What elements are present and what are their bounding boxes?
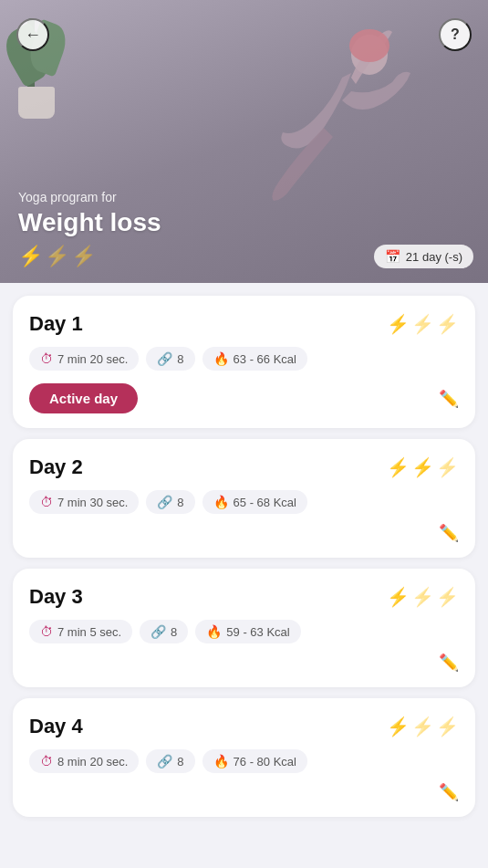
help-icon: ? xyxy=(451,26,460,43)
day-card-1[interactable]: Day 1 ⚡ ⚡ ⚡ ⏱ 7 min 20 sec. 🔗 8 🔥 63 - 6… xyxy=(13,296,475,428)
card-1-header: Day 1 ⚡ ⚡ ⚡ xyxy=(29,312,459,336)
fire-icon-3: 🔥 xyxy=(206,624,222,639)
day-1-title: Day 1 xyxy=(29,312,83,336)
day-1-exercises: 8 xyxy=(177,352,183,366)
lightning-4-1: ⚡ xyxy=(387,716,410,737)
day-2-exercises: 8 xyxy=(177,496,183,509)
fire-icon: 🔥 xyxy=(213,351,229,366)
days-list: Day 1 ⚡ ⚡ ⚡ ⏱ 7 min 20 sec. 🔗 8 🔥 63 - 6… xyxy=(0,283,488,835)
exercises-icon: 🔗 xyxy=(157,351,172,366)
edit-icon-2[interactable]: ✏️ xyxy=(439,523,459,543)
help-button[interactable]: ? xyxy=(439,18,472,51)
edit-icon-3[interactable]: ✏️ xyxy=(439,653,459,673)
day-2-stats: ⏱ 7 min 30 sec. 🔗 8 🔥 65 - 68 Kcal xyxy=(29,490,459,514)
day-3-exercises: 8 xyxy=(171,625,177,639)
lightning-2-2: ⚡ xyxy=(411,456,434,478)
hero-title: Weight loss xyxy=(18,208,161,237)
day-1-stats: ⏱ 7 min 20 sec. 🔗 8 🔥 63 - 66 Kcal xyxy=(29,347,459,371)
day-4-title: Day 4 xyxy=(29,715,83,738)
day-2-kcal: 65 - 68 Kcal xyxy=(234,496,296,509)
day-4-exercises-pill: 🔗 8 xyxy=(146,749,194,773)
svg-point-1 xyxy=(349,29,389,62)
clock-icon-3: ⏱ xyxy=(40,624,53,639)
day-4-kcal-pill: 🔥 76 - 80 Kcal xyxy=(202,749,307,773)
day-4-lightnings: ⚡ ⚡ ⚡ xyxy=(387,716,459,737)
day-3-title: Day 3 xyxy=(29,585,83,609)
yoga-figure xyxy=(251,18,433,256)
lightning-3-1: ⚡ xyxy=(387,586,410,608)
hero-section: ← ? Yoga program for Weight loss ⚡ ⚡ ⚡ 📅… xyxy=(0,0,488,283)
lightning-4-2: ⚡ xyxy=(411,716,434,737)
card-2-header: Day 2 ⚡ ⚡ ⚡ xyxy=(29,455,459,479)
day-2-time: 7 min 30 sec. xyxy=(57,496,128,509)
hero-lightning-1: ⚡ xyxy=(18,245,43,268)
day-3-footer: ✏️ xyxy=(29,653,459,673)
day-card-4[interactable]: Day 4 ⚡ ⚡ ⚡ ⏱ 8 min 20 sec. 🔗 8 🔥 76 - 8… xyxy=(13,698,475,817)
day-3-time-pill: ⏱ 7 min 5 sec. xyxy=(29,620,132,643)
day-3-kcal: 59 - 63 Kcal xyxy=(226,625,289,639)
day-1-time: 7 min 20 sec. xyxy=(57,352,128,366)
day-card-3[interactable]: Day 3 ⚡ ⚡ ⚡ ⏱ 7 min 5 sec. 🔗 8 🔥 59 - 63… xyxy=(13,569,475,687)
clock-icon: ⏱ xyxy=(40,351,53,366)
day-1-exercises-pill: 🔗 8 xyxy=(146,347,194,371)
edit-icon-1[interactable]: ✏️ xyxy=(439,389,459,409)
day-1-kcal: 63 - 66 Kcal xyxy=(234,352,296,366)
clock-icon-4: ⏱ xyxy=(40,754,53,769)
lightning-2-3: ⚡ xyxy=(436,456,459,478)
exercises-icon-2: 🔗 xyxy=(157,495,172,509)
day-2-kcal-pill: 🔥 65 - 68 Kcal xyxy=(202,490,307,514)
hero-content: Yoga program for Weight loss xyxy=(18,190,161,237)
day-4-exercises: 8 xyxy=(177,755,183,769)
lightning-3-2: ⚡ xyxy=(411,586,434,608)
days-badge: 📅 21 day (-s) xyxy=(374,245,473,268)
hero-lightnings: ⚡ ⚡ ⚡ xyxy=(18,245,96,268)
hero-lightning-3: ⚡ xyxy=(71,245,96,268)
day-3-exercises-pill: 🔗 8 xyxy=(140,620,188,643)
day-4-time-pill: ⏱ 8 min 20 sec. xyxy=(29,749,139,773)
exercises-icon-3: 🔗 xyxy=(151,624,166,639)
hero-subtitle: Yoga program for xyxy=(18,190,161,204)
fire-icon-2: 🔥 xyxy=(213,495,229,509)
day-1-kcal-pill: 🔥 63 - 66 Kcal xyxy=(202,347,307,371)
day-4-time: 8 min 20 sec. xyxy=(57,755,128,769)
days-badge-text: 21 day (-s) xyxy=(406,250,462,264)
day-1-time-pill: ⏱ 7 min 20 sec. xyxy=(29,347,139,371)
hero-lightning-2: ⚡ xyxy=(45,245,69,268)
lightning-2-1: ⚡ xyxy=(387,456,410,478)
day-3-stats: ⏱ 7 min 5 sec. 🔗 8 🔥 59 - 63 Kcal xyxy=(29,620,459,643)
day-1-lightnings: ⚡ ⚡ ⚡ xyxy=(387,313,459,335)
lightning-1-1: ⚡ xyxy=(387,313,410,335)
back-icon: ← xyxy=(25,26,41,45)
day-3-lightnings: ⚡ ⚡ ⚡ xyxy=(387,586,459,608)
day-2-time-pill: ⏱ 7 min 30 sec. xyxy=(29,490,139,514)
day-3-kcal-pill: 🔥 59 - 63 Kcal xyxy=(195,620,300,643)
day-1-footer: Active day ✏️ xyxy=(29,383,459,413)
exercises-icon-4: 🔗 xyxy=(157,754,172,769)
day-4-footer: ✏️ xyxy=(29,782,459,802)
lightning-3-3: ⚡ xyxy=(436,586,459,608)
day-4-kcal: 76 - 80 Kcal xyxy=(234,755,296,769)
card-3-header: Day 3 ⚡ ⚡ ⚡ xyxy=(29,585,459,609)
day-4-stats: ⏱ 8 min 20 sec. 🔗 8 🔥 76 - 80 Kcal xyxy=(29,749,459,773)
day-2-lightnings: ⚡ ⚡ ⚡ xyxy=(387,456,459,478)
fire-icon-4: 🔥 xyxy=(213,754,229,769)
back-button[interactable]: ← xyxy=(16,18,49,51)
day-3-time: 7 min 5 sec. xyxy=(57,625,121,639)
plant-decoration xyxy=(9,0,82,119)
day-2-title: Day 2 xyxy=(29,455,83,479)
lightning-4-3: ⚡ xyxy=(436,716,459,737)
active-day-badge: Active day xyxy=(29,383,138,413)
card-4-header: Day 4 ⚡ ⚡ ⚡ xyxy=(29,715,459,738)
calendar-icon: 📅 xyxy=(385,249,400,264)
clock-icon-2: ⏱ xyxy=(40,495,53,509)
edit-icon-4[interactable]: ✏️ xyxy=(439,782,459,802)
day-card-2[interactable]: Day 2 ⚡ ⚡ ⚡ ⏱ 7 min 30 sec. 🔗 8 🔥 65 - 6… xyxy=(13,439,475,558)
day-2-exercises-pill: 🔗 8 xyxy=(146,490,194,514)
lightning-1-3: ⚡ xyxy=(436,313,459,335)
lightning-1-2: ⚡ xyxy=(411,313,434,335)
day-2-footer: ✏️ xyxy=(29,523,459,543)
